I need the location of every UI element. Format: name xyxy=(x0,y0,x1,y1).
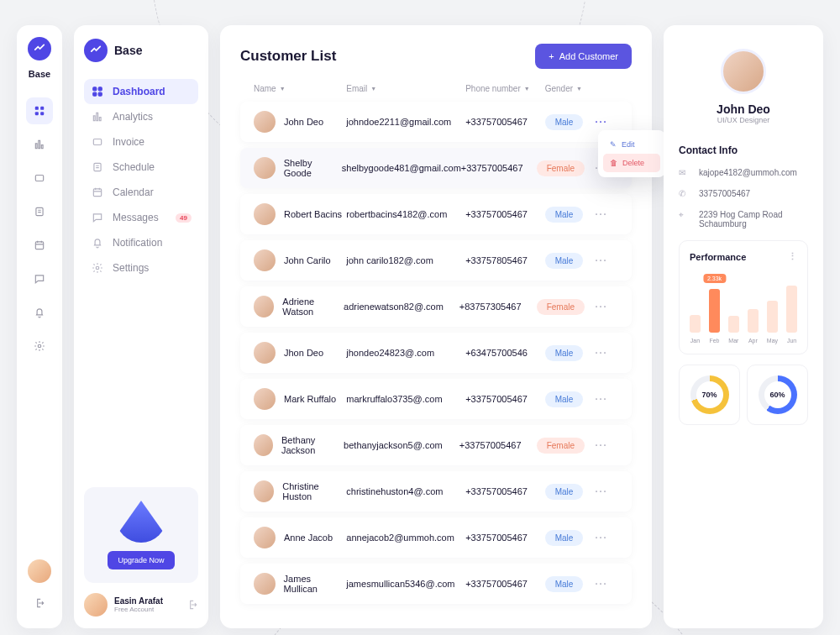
row-more-button[interactable]: ··· xyxy=(585,579,618,589)
table-row[interactable]: John Deojohndoe2211@gmail.com+3375700546… xyxy=(240,102,632,142)
location-icon: ⌖ xyxy=(679,210,690,220)
row-phone: +33757005467 xyxy=(465,579,545,589)
main-panel: Customer List +Add Customer Name▼ Email▼… xyxy=(220,25,652,628)
table-row[interactable]: James Mullicanjamesmullican5346@.com+337… xyxy=(240,564,632,604)
perf-bar xyxy=(728,316,739,333)
perf-bar xyxy=(690,315,701,333)
mini-sidebar: Base xyxy=(17,25,62,628)
svg-rect-16 xyxy=(97,113,98,120)
table-row[interactable]: Bethany Jacksonbethanyjackson5@.com+3375… xyxy=(240,425,632,465)
nav-dashboard[interactable]: Dashboard xyxy=(84,79,198,104)
brand-icon xyxy=(84,39,108,62)
col-phone[interactable]: Phone number▼ xyxy=(465,84,545,93)
more-icon[interactable]: ⋮ xyxy=(788,251,797,262)
perf-bar xyxy=(748,309,759,333)
table-row[interactable]: Anne Jacobannejacob2@ummoh.com+337570054… xyxy=(240,517,632,558)
svg-rect-5 xyxy=(39,140,40,148)
row-phone: +63475700546 xyxy=(465,348,545,358)
svg-point-10 xyxy=(38,344,41,348)
account-name: Easin Arafat xyxy=(114,596,163,606)
row-more-button[interactable]: ··· xyxy=(585,440,618,450)
svg-rect-15 xyxy=(93,116,95,121)
table-row[interactable]: Mark Ruffalomarkruffalo3735@.com+3375700… xyxy=(240,379,632,419)
nav-notification[interactable]: Notification xyxy=(84,230,198,255)
rail-avatar[interactable] xyxy=(28,559,51,583)
gender-pill: Female xyxy=(537,299,585,315)
nav-messages[interactable]: Messages49 xyxy=(84,205,198,230)
nav-settings[interactable]: Settings xyxy=(84,255,198,281)
row-name: Adriene Watson xyxy=(282,297,344,317)
table-row[interactable]: Robert Bacinsrobertbacins4182@.com+33757… xyxy=(240,194,632,234)
rail-logout[interactable] xyxy=(26,590,53,617)
row-more-button[interactable]: ··· xyxy=(585,255,618,265)
col-gender[interactable]: Gender▼ xyxy=(545,84,585,93)
badge: 49 xyxy=(176,213,192,223)
rail-schedule[interactable] xyxy=(26,198,53,225)
row-email: john carilo182@.com xyxy=(346,255,465,265)
row-name: Jhon Deo xyxy=(284,348,323,358)
rail-messages[interactable] xyxy=(26,265,53,292)
table-row[interactable]: Adriene Watsonadrienewatson82@.com+83757… xyxy=(240,286,632,327)
rail-invoice[interactable] xyxy=(26,165,53,192)
brand-text: Base xyxy=(29,69,50,79)
chart-icon xyxy=(91,111,104,123)
col-name[interactable]: Name▼ xyxy=(254,84,346,93)
account-plan: Free Account xyxy=(114,606,163,613)
gender-pill: Male xyxy=(545,391,584,407)
svg-rect-6 xyxy=(41,145,43,149)
nav-schedule[interactable]: Schedule xyxy=(84,155,198,180)
row-phone: +33757005467 xyxy=(465,209,545,219)
svg-rect-11 xyxy=(93,87,97,91)
gender-pill: Female xyxy=(537,160,585,176)
ring-1: 70% xyxy=(679,365,740,425)
menu-delete[interactable]: 🗑Delete xyxy=(603,154,660,172)
upgrade-button[interactable]: Upgrade Now xyxy=(108,551,174,569)
grid-icon xyxy=(91,86,104,97)
row-more-button[interactable]: ··· xyxy=(585,209,618,219)
row-phone: +83757305467 xyxy=(459,302,537,312)
bell-icon xyxy=(91,237,104,249)
row-email: bethanyjackson5@.com xyxy=(344,440,459,450)
account-block[interactable]: Easin Arafat Free Account xyxy=(84,593,198,617)
table-row[interactable]: Shelby Goodeshelbygoode481@gmail.com+337… xyxy=(240,148,632,188)
row-more-button[interactable]: ··· xyxy=(585,394,618,404)
row-more-button[interactable]: ··· xyxy=(585,533,618,543)
row-avatar xyxy=(254,111,276,133)
cal-icon xyxy=(91,186,104,198)
table-row[interactable]: Christine Hustonchristinehuston4@.com+33… xyxy=(240,471,632,512)
perf-bar: 2.33k xyxy=(709,289,720,333)
row-email: shelbygoode481@gmail.com xyxy=(342,163,461,173)
add-customer-button[interactable]: +Add Customer xyxy=(535,44,632,69)
pencil-icon: ✎ xyxy=(610,140,617,149)
plus-icon: + xyxy=(549,51,554,61)
row-name: Mark Ruffalo xyxy=(284,394,336,404)
rail-settings[interactable] xyxy=(26,333,53,359)
rail-dashboard[interactable] xyxy=(26,97,53,124)
nav-calendar[interactable]: Calendar xyxy=(84,180,198,205)
perf-bar xyxy=(767,301,778,333)
svg-rect-7 xyxy=(35,176,43,181)
svg-rect-13 xyxy=(93,92,97,96)
table-row[interactable]: John Carilojohn carilo182@.com+337578054… xyxy=(240,240,632,281)
rail-notification[interactable] xyxy=(26,299,53,326)
row-phone: +33757005467 xyxy=(465,486,545,496)
gear-icon xyxy=(91,262,104,274)
nav-invoice[interactable]: Invoice xyxy=(84,129,198,155)
table-row[interactable]: Jhon Deojhondeo24823@.com+63475700546Mal… xyxy=(240,333,632,373)
row-more-button[interactable]: ··· xyxy=(585,348,618,358)
row-name: John Carilo xyxy=(284,255,331,265)
menu-edit[interactable]: ✎Edit xyxy=(603,135,660,154)
col-email[interactable]: Email▼ xyxy=(346,84,465,93)
logout-icon[interactable] xyxy=(186,599,198,611)
table-header: Name▼ Email▼ Phone number▼ Gender▼ xyxy=(240,84,632,102)
account-avatar xyxy=(84,593,108,617)
row-more-button[interactable]: ··· xyxy=(585,302,618,312)
row-more-button[interactable]: ··· xyxy=(585,486,618,496)
rail-analytics[interactable] xyxy=(26,131,53,158)
svg-rect-1 xyxy=(40,107,44,110)
rail-calendar[interactable] xyxy=(26,232,53,259)
row-name: Robert Bacins xyxy=(284,209,342,219)
row-more-button[interactable]: ··· xyxy=(585,117,618,127)
nav-analytics[interactable]: Analytics xyxy=(84,104,198,129)
gender-pill: Male xyxy=(545,484,584,500)
